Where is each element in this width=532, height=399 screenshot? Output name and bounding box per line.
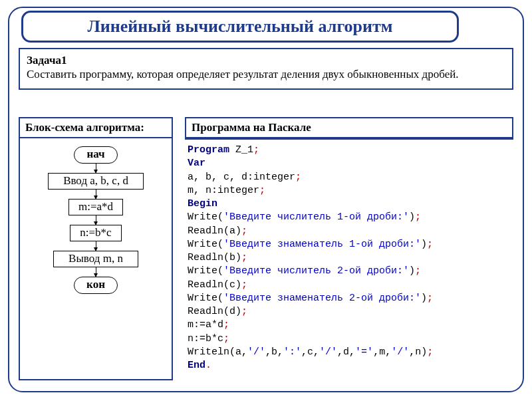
semicolon: ; [427,239,433,250]
code-text: ) [421,293,427,304]
code-text: ,n) [409,346,427,358]
kw-program: Program [188,144,229,156]
task-heading: Задача1 [27,54,66,66]
code-text: Write( [188,265,223,277]
string-literal: ':' [283,346,301,358]
pascal-code: Program Z_1; Var a, b, c, d:integer; m, … [185,140,513,376]
flow-step-1: m:=a*d [68,199,123,215]
task-text: Составить программу, которая определяет … [27,68,459,80]
semicolon: ; [427,346,433,358]
code-text: m:=a*d [188,319,223,331]
code-text: Writeln(a, [188,346,247,358]
semicolon: ; [241,306,247,317]
code-text: Readln(a) [188,225,241,237]
semicolon: ; [223,319,229,331]
code-text: ) [409,265,415,277]
code-text: Z_1 [229,144,253,156]
flow-output: Вывод m, n [53,251,138,267]
flowchart-heading: Блок-схема алгоритма: [19,117,173,138]
arrow-icon [96,190,96,199]
arrow-icon [96,164,96,173]
string-literal: '/' [391,346,409,358]
code-text: n:=b*c [188,333,223,344]
string-literal: 'Введите числитель 1-ой дроби:' [223,211,409,223]
flow-step-2: n:=b*c [70,225,121,241]
code-text: Write( [188,293,223,304]
code-text: Write( [188,239,223,250]
string-literal: '/' [319,346,337,358]
kw-var: Var [188,158,205,169]
semicolon: ; [415,211,421,223]
flow-start: нач [74,146,117,164]
semicolon: ; [295,172,301,183]
code-text: ,c, [301,346,319,358]
code-text: ,m, [373,346,391,358]
flow-end: кон [74,277,118,294]
period: . [205,360,211,371]
kw-end: End [188,360,205,371]
pascal-column: Программа на Паскале Program Z_1; Var a,… [185,117,513,383]
string-literal: 'Введите знаменатель 1-ой дроби:' [223,239,421,250]
arrow-icon [96,215,96,225]
code-text: ) [421,239,427,250]
flowchart-column: Блок-схема алгоритма: нач Ввод a, b, c, … [19,117,173,383]
flow-input: Ввод a, b, c, d [48,173,144,190]
pascal-heading: Программа на Паскале [185,117,513,140]
kw-begin: Begin [188,198,217,209]
code-text: Readln(c) [188,279,241,291]
semicolon: ; [241,225,247,237]
code-text: ) [409,211,415,223]
semicolon: ; [241,252,247,263]
code-text: Readln(b) [188,252,241,263]
task-box: Задача1 Составить программу, которая опр… [19,48,513,90]
code-text: ,d, [337,346,355,358]
code-text: Write( [188,211,223,223]
arrow-icon [96,267,96,277]
semicolon: ; [259,185,265,196]
string-literal: '/' [247,346,265,358]
string-literal: 'Введите числитель 2-ой дроби:' [223,265,409,277]
code-text: ,b, [265,346,283,358]
arrow-icon [96,241,96,251]
code-text: m, n:integer [188,185,259,196]
flowchart-area: нач Ввод a, b, c, d m:=a*d n:=b*c Вывод … [19,138,173,380]
semicolon: ; [427,293,433,304]
code-text: a, b, c, d:integer [188,172,295,183]
semicolon: ; [241,279,247,291]
slide-title: Линейный вычислительный алгоритм [21,11,459,43]
string-literal: '=' [355,346,373,358]
string-literal: 'Введите знаменатель 2-ой дроби:' [223,293,421,304]
semicolon: ; [253,144,259,156]
semicolon: ; [415,265,421,277]
code-text: Readln(d) [188,306,241,317]
semicolon: ; [223,333,229,344]
